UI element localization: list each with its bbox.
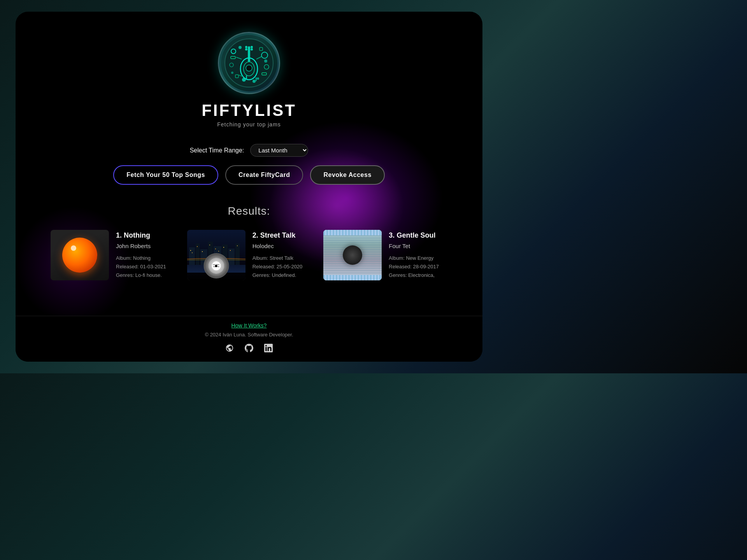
song-artist-1: John Roberts <box>116 243 175 249</box>
song-released-3: Released: 28-09-2017 <box>389 262 447 271</box>
song-rank-title-2: 2. Street Talk <box>253 231 311 240</box>
svg-point-24 <box>242 78 246 82</box>
github-icon[interactable] <box>243 342 255 354</box>
holodec-artwork: HOLODECStreet Talk <box>187 230 245 280</box>
svg-rect-30 <box>189 247 195 265</box>
svg-point-23 <box>264 60 267 63</box>
song-artist-2: Holodec <box>253 243 311 249</box>
main-content: FIFTYLIST Fetching your top jams Select … <box>16 12 482 280</box>
orange-ball-icon <box>62 238 97 273</box>
song-card-1: 1. Nothing John Roberts Album: Nothing R… <box>51 230 175 280</box>
revoke-access-button[interactable]: Revoke Access <box>310 165 384 185</box>
footer: How It Works? © 2024 Iván Luna. Software… <box>16 316 482 362</box>
song-genres-2: Genres: Undefined. <box>253 271 311 280</box>
song-info-2: 2. Street Talk Holodec Album: Street Tal… <box>253 230 311 280</box>
song-artwork-1 <box>51 230 109 280</box>
logo-inner <box>221 35 277 91</box>
svg-rect-38 <box>190 250 191 251</box>
svg-rect-44 <box>218 251 219 252</box>
song-card-2: HOLODECStreet Talk 2. Street Talk Holode… <box>187 230 311 280</box>
song-card-3: 3. Gentle Soul Four Tet Album: New Energ… <box>323 230 447 280</box>
how-it-works-link[interactable]: How It Works? <box>231 322 267 329</box>
holodec-vinyl: HOLODECStreet Talk <box>203 253 229 278</box>
song-artwork-2: HOLODECStreet Talk <box>187 230 245 280</box>
svg-rect-42 <box>209 245 210 245</box>
svg-rect-40 <box>197 246 198 247</box>
svg-point-4 <box>245 46 247 48</box>
svg-rect-43 <box>215 248 216 249</box>
song-released-1: Released: 01-03-2021 <box>116 262 175 271</box>
song-meta-2: Album: Street Talk Released: 25-05-2020 … <box>253 254 311 280</box>
app-container: FIFTYLIST Fetching your top jams Select … <box>16 12 482 362</box>
svg-point-21 <box>257 77 259 80</box>
song-album-2: Album: Street Talk <box>253 254 311 262</box>
linkedin-icon[interactable] <box>263 342 274 354</box>
time-range-select[interactable]: Last Month Last 6 Months All Time <box>250 144 308 157</box>
svg-point-8 <box>246 65 252 71</box>
song-released-2: Released: 25-05-2020 <box>253 262 311 271</box>
song-genres-3: Genres: Electronica, <box>389 271 447 280</box>
song-meta-3: Album: New Energy Released: 28-09-2017 G… <box>389 254 447 280</box>
song-info-1: 1. Nothing John Roberts Album: Nothing R… <box>116 230 175 280</box>
song-genres-1: Genres: Lo-fi house. <box>116 271 175 280</box>
svg-rect-39 <box>192 252 193 253</box>
fetch-songs-button[interactable]: Fetch Your 50 Top Songs <box>113 165 218 185</box>
svg-rect-25 <box>246 75 247 80</box>
create-fiftycard-button[interactable]: Create FiftyCard <box>225 165 303 185</box>
gentlesoul-center-icon <box>343 245 362 265</box>
svg-rect-36 <box>228 248 235 265</box>
svg-rect-41 <box>202 251 203 252</box>
svg-point-20 <box>238 46 242 49</box>
svg-point-22 <box>231 72 233 74</box>
svg-rect-47 <box>237 245 238 246</box>
footer-icons <box>224 342 274 354</box>
svg-point-6 <box>245 48 247 51</box>
svg-point-26 <box>253 80 256 83</box>
time-range-row: Select Time Range: Last Month Last 6 Mon… <box>190 144 309 157</box>
app-subtitle: Fetching your top jams <box>217 121 281 128</box>
footer-copyright: © 2024 Iván Luna. Software Developer. <box>205 332 293 338</box>
buttons-row: Fetch Your 50 Top Songs Create FiftyCard… <box>113 165 385 185</box>
song-rank-title-1: 1. Nothing <box>116 231 175 240</box>
svg-rect-45 <box>223 247 224 248</box>
svg-rect-46 <box>230 250 231 251</box>
svg-rect-27 <box>256 77 257 81</box>
songs-grid: 1. Nothing John Roberts Album: Nothing R… <box>16 230 482 280</box>
svg-rect-37 <box>235 243 240 265</box>
svg-point-7 <box>251 48 253 51</box>
app-title: FIFTYLIST <box>202 101 296 120</box>
svg-point-5 <box>251 46 253 48</box>
app-logo <box>218 32 280 94</box>
results-heading: Results: <box>228 205 270 217</box>
time-range-label: Select Time Range: <box>190 147 244 154</box>
song-meta-1: Album: Nothing Released: 01-03-2021 Genr… <box>116 254 175 280</box>
song-artwork-3 <box>323 230 382 280</box>
song-rank-title-3: 3. Gentle Soul <box>389 231 447 240</box>
gentlesoul-artwork <box>323 230 382 280</box>
svg-rect-3 <box>248 46 250 62</box>
song-album-3: Album: New Energy <box>389 254 447 262</box>
logo-svg <box>224 38 274 88</box>
portfolio-icon[interactable] <box>224 342 235 354</box>
song-album-1: Album: Nothing <box>116 254 175 262</box>
song-info-3: 3. Gentle Soul Four Tet Album: New Energ… <box>389 230 447 280</box>
song-artist-3: Four Tet <box>389 243 447 249</box>
